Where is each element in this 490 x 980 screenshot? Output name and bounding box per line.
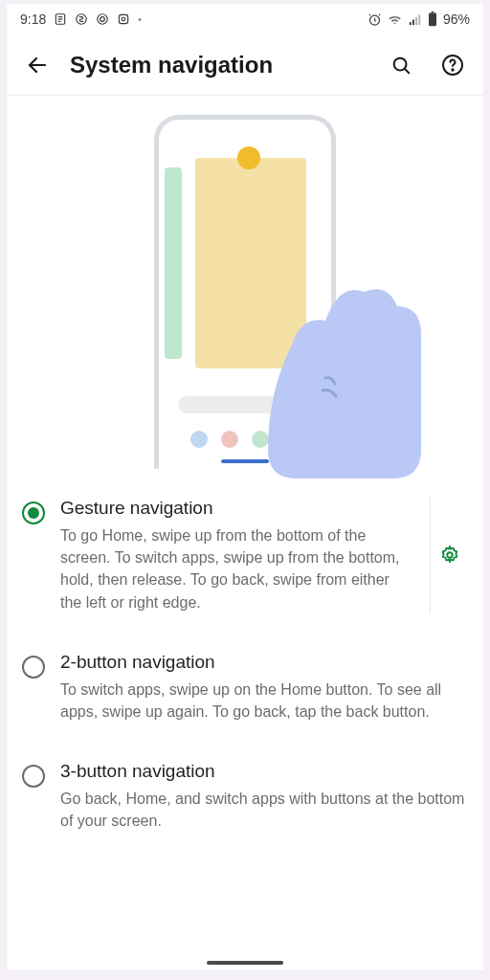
svg-line-18 <box>405 68 410 73</box>
search-button[interactable] <box>382 46 420 84</box>
option-desc: To switch apps, swipe up on the Home but… <box>60 679 468 723</box>
home-indicator[interactable] <box>207 961 283 965</box>
notification-dot-icon: • <box>138 14 142 25</box>
signal-icon <box>408 12 422 27</box>
help-button[interactable] <box>434 46 472 84</box>
wifi-icon <box>388 12 402 27</box>
option-title: 2-button navigation <box>60 652 468 673</box>
svg-point-8 <box>122 17 126 21</box>
option-settings-button[interactable] <box>430 498 468 613</box>
svg-rect-11 <box>412 19 414 25</box>
status-battery: 96% <box>443 11 470 27</box>
radio-2button[interactable] <box>22 656 45 679</box>
radio-gesture[interactable] <box>22 501 45 524</box>
option-3button[interactable]: 3-button navigation Go back, Home, and s… <box>22 742 468 851</box>
option-desc: To go Home, swipe up from the bottom of … <box>60 524 414 613</box>
status-time: 9:18 <box>20 11 46 27</box>
svg-rect-15 <box>431 11 434 13</box>
hand-icon <box>234 230 435 479</box>
back-button[interactable] <box>18 46 56 84</box>
svg-point-21 <box>447 553 453 559</box>
notification-icon <box>117 12 130 26</box>
screen: 9:18 • <box>6 3 484 971</box>
radio-3button[interactable] <box>22 765 45 788</box>
svg-rect-12 <box>415 17 417 25</box>
app-bar: System navigation <box>7 34 483 96</box>
notification-icon <box>75 12 88 26</box>
option-title: Gesture navigation <box>60 498 414 519</box>
svg-point-6 <box>100 17 105 22</box>
svg-point-5 <box>98 14 108 25</box>
battery-icon <box>428 11 437 27</box>
svg-point-20 <box>452 69 454 71</box>
svg-rect-10 <box>410 22 412 25</box>
illustration <box>7 96 483 479</box>
notification-icon <box>96 12 109 26</box>
alarm-icon <box>368 12 382 27</box>
option-title: 3-button navigation <box>60 761 468 782</box>
options-list: Gesture navigation To go Home, swipe up … <box>7 479 483 852</box>
svg-rect-7 <box>120 14 128 23</box>
option-gesture[interactable]: Gesture navigation To go Home, swipe up … <box>22 479 468 633</box>
option-desc: Go back, Home, and switch apps with butt… <box>60 788 468 832</box>
svg-rect-13 <box>418 14 420 25</box>
option-2button[interactable]: 2-button navigation To switch apps, swip… <box>22 633 468 742</box>
page-title: System navigation <box>70 52 368 78</box>
svg-rect-14 <box>429 13 436 27</box>
status-bar: 9:18 • <box>7 4 483 34</box>
notification-icon <box>54 12 67 26</box>
